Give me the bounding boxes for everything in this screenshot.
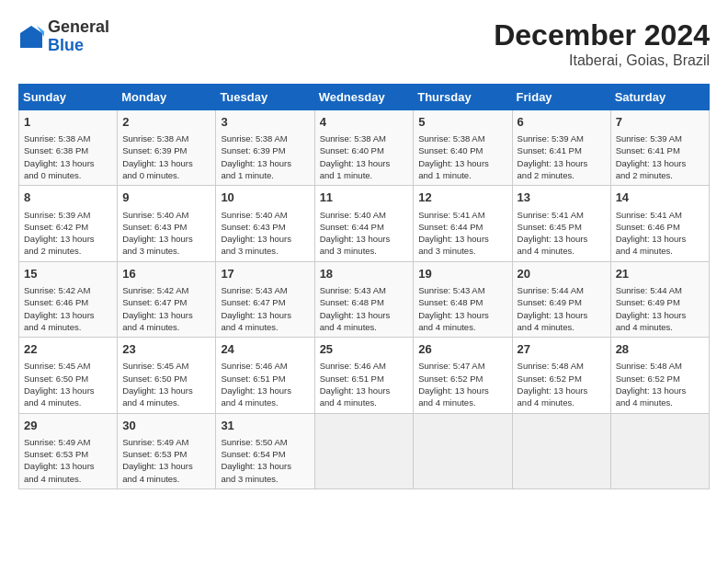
logo-icon xyxy=(18,24,44,50)
calendar-week-2: 8Sunrise: 5:39 AM Sunset: 6:42 PM Daylig… xyxy=(19,186,710,261)
calendar-cell: 16Sunrise: 5:42 AM Sunset: 6:47 PM Dayli… xyxy=(118,261,216,337)
day-number: 5 xyxy=(418,114,506,131)
day-info: Sunrise: 5:38 AM Sunset: 6:38 PM Dayligh… xyxy=(24,132,112,181)
calendar-body: 1Sunrise: 5:38 AM Sunset: 6:38 PM Daylig… xyxy=(19,110,710,489)
calendar-cell: 1Sunrise: 5:38 AM Sunset: 6:38 PM Daylig… xyxy=(19,110,118,186)
day-number: 10 xyxy=(221,190,309,206)
day-number: 11 xyxy=(320,190,409,206)
calendar-cell: 29Sunrise: 5:49 AM Sunset: 6:53 PM Dayli… xyxy=(19,413,118,488)
calendar-cell: 28Sunrise: 5:48 AM Sunset: 6:52 PM Dayli… xyxy=(610,338,709,413)
day-number: 1 xyxy=(24,114,112,131)
calendar-cell: 7Sunrise: 5:39 AM Sunset: 6:41 PM Daylig… xyxy=(610,110,709,186)
calendar-cell: 18Sunrise: 5:43 AM Sunset: 6:48 PM Dayli… xyxy=(314,261,414,337)
calendar-cell xyxy=(610,413,709,488)
day-info: Sunrise: 5:43 AM Sunset: 6:48 PM Dayligh… xyxy=(418,284,506,333)
day-number: 26 xyxy=(418,341,506,358)
day-number: 7 xyxy=(616,114,704,131)
day-number: 4 xyxy=(320,114,409,131)
day-number: 30 xyxy=(122,418,210,434)
day-number: 24 xyxy=(221,341,309,358)
calendar-cell: 9Sunrise: 5:40 AM Sunset: 6:43 PM Daylig… xyxy=(118,186,216,261)
column-header-thursday: Thursday xyxy=(414,85,512,110)
calendar-cell: 26Sunrise: 5:47 AM Sunset: 6:52 PM Dayli… xyxy=(414,338,512,413)
day-number: 23 xyxy=(122,341,210,358)
day-info: Sunrise: 5:44 AM Sunset: 6:49 PM Dayligh… xyxy=(518,284,606,333)
day-info: Sunrise: 5:47 AM Sunset: 6:52 PM Dayligh… xyxy=(418,360,506,408)
day-info: Sunrise: 5:42 AM Sunset: 6:47 PM Dayligh… xyxy=(122,284,210,333)
day-info: Sunrise: 5:40 AM Sunset: 6:43 PM Dayligh… xyxy=(122,209,210,258)
day-number: 22 xyxy=(24,341,112,358)
title-block: December 2024 Itaberai, Goias, Brazil xyxy=(494,18,710,69)
logo-blue-text: Blue xyxy=(48,36,84,54)
calendar-table: SundayMondayTuesdayWednesdayThursdayFrid… xyxy=(18,84,710,489)
calendar-cell: 30Sunrise: 5:49 AM Sunset: 6:53 PM Dayli… xyxy=(118,413,216,488)
calendar-cell: 2Sunrise: 5:38 AM Sunset: 6:39 PM Daylig… xyxy=(118,110,216,186)
calendar-cell: 17Sunrise: 5:43 AM Sunset: 6:47 PM Dayli… xyxy=(216,261,314,337)
day-info: Sunrise: 5:49 AM Sunset: 6:53 PM Dayligh… xyxy=(122,436,210,485)
day-info: Sunrise: 5:48 AM Sunset: 6:52 PM Dayligh… xyxy=(518,360,606,408)
day-info: Sunrise: 5:46 AM Sunset: 6:51 PM Dayligh… xyxy=(320,360,409,408)
day-info: Sunrise: 5:41 AM Sunset: 6:46 PM Dayligh… xyxy=(616,209,704,258)
calendar-week-5: 29Sunrise: 5:49 AM Sunset: 6:53 PM Dayli… xyxy=(19,413,710,488)
calendar-cell: 24Sunrise: 5:46 AM Sunset: 6:51 PM Dayli… xyxy=(216,338,314,413)
calendar-cell: 11Sunrise: 5:40 AM Sunset: 6:44 PM Dayli… xyxy=(314,186,414,261)
day-info: Sunrise: 5:38 AM Sunset: 6:40 PM Dayligh… xyxy=(418,132,506,181)
day-info: Sunrise: 5:38 AM Sunset: 6:39 PM Dayligh… xyxy=(221,132,309,181)
day-info: Sunrise: 5:44 AM Sunset: 6:49 PM Dayligh… xyxy=(616,284,704,333)
day-number: 27 xyxy=(518,341,606,358)
day-info: Sunrise: 5:46 AM Sunset: 6:51 PM Dayligh… xyxy=(221,360,309,408)
day-number: 19 xyxy=(418,266,506,282)
day-info: Sunrise: 5:42 AM Sunset: 6:46 PM Dayligh… xyxy=(24,284,112,333)
day-info: Sunrise: 5:50 AM Sunset: 6:54 PM Dayligh… xyxy=(221,436,309,485)
calendar-week-4: 22Sunrise: 5:45 AM Sunset: 6:50 PM Dayli… xyxy=(19,338,710,413)
calendar-week-3: 15Sunrise: 5:42 AM Sunset: 6:46 PM Dayli… xyxy=(19,261,710,337)
calendar-cell: 12Sunrise: 5:41 AM Sunset: 6:44 PM Dayli… xyxy=(414,186,512,261)
column-header-tuesday: Tuesday xyxy=(216,85,314,110)
day-number: 18 xyxy=(320,266,409,282)
day-number: 13 xyxy=(518,190,606,206)
day-info: Sunrise: 5:40 AM Sunset: 6:43 PM Dayligh… xyxy=(221,209,309,258)
day-info: Sunrise: 5:41 AM Sunset: 6:44 PM Dayligh… xyxy=(418,209,506,258)
column-header-saturday: Saturday xyxy=(610,85,709,110)
day-number: 21 xyxy=(616,266,704,282)
day-number: 15 xyxy=(24,266,112,282)
day-info: Sunrise: 5:41 AM Sunset: 6:45 PM Dayligh… xyxy=(518,209,606,258)
day-number: 14 xyxy=(616,190,704,206)
calendar-cell: 31Sunrise: 5:50 AM Sunset: 6:54 PM Dayli… xyxy=(216,413,314,488)
column-header-sunday: Sunday xyxy=(19,85,118,110)
calendar-cell: 25Sunrise: 5:46 AM Sunset: 6:51 PM Dayli… xyxy=(314,338,414,413)
day-info: Sunrise: 5:43 AM Sunset: 6:48 PM Dayligh… xyxy=(320,284,409,333)
day-number: 2 xyxy=(122,114,210,131)
logo: General Blue xyxy=(18,18,109,55)
calendar-cell: 19Sunrise: 5:43 AM Sunset: 6:48 PM Dayli… xyxy=(414,261,512,337)
calendar-cell xyxy=(512,413,610,488)
calendar-cell: 5Sunrise: 5:38 AM Sunset: 6:40 PM Daylig… xyxy=(414,110,512,186)
page-header: General Blue December 2024 Itaberai, Goi… xyxy=(18,18,710,69)
day-info: Sunrise: 5:38 AM Sunset: 6:39 PM Dayligh… xyxy=(122,132,210,181)
month-title: December 2024 xyxy=(494,18,710,52)
day-number: 29 xyxy=(24,418,112,434)
calendar-cell: 15Sunrise: 5:42 AM Sunset: 6:46 PM Dayli… xyxy=(19,261,118,337)
day-number: 28 xyxy=(616,341,704,358)
calendar-cell: 8Sunrise: 5:39 AM Sunset: 6:42 PM Daylig… xyxy=(19,186,118,261)
location-subtitle: Itaberai, Goias, Brazil xyxy=(494,52,710,69)
day-info: Sunrise: 5:49 AM Sunset: 6:53 PM Dayligh… xyxy=(24,436,112,485)
day-number: 9 xyxy=(122,190,210,206)
day-number: 25 xyxy=(320,341,409,358)
calendar-cell: 22Sunrise: 5:45 AM Sunset: 6:50 PM Dayli… xyxy=(19,338,118,413)
day-info: Sunrise: 5:39 AM Sunset: 6:42 PM Dayligh… xyxy=(24,209,112,258)
logo-general-text: General xyxy=(48,17,109,36)
day-info: Sunrise: 5:43 AM Sunset: 6:47 PM Dayligh… xyxy=(221,284,309,333)
column-header-wednesday: Wednesday xyxy=(314,85,414,110)
column-header-monday: Monday xyxy=(118,85,216,110)
day-info: Sunrise: 5:39 AM Sunset: 6:41 PM Dayligh… xyxy=(616,132,704,181)
day-number: 12 xyxy=(418,190,506,206)
day-number: 16 xyxy=(122,266,210,282)
day-info: Sunrise: 5:40 AM Sunset: 6:44 PM Dayligh… xyxy=(320,209,409,258)
day-info: Sunrise: 5:39 AM Sunset: 6:41 PM Dayligh… xyxy=(518,132,606,181)
calendar-cell: 4Sunrise: 5:38 AM Sunset: 6:40 PM Daylig… xyxy=(314,110,414,186)
day-number: 20 xyxy=(518,266,606,282)
day-number: 8 xyxy=(24,190,112,206)
calendar-week-1: 1Sunrise: 5:38 AM Sunset: 6:38 PM Daylig… xyxy=(19,110,710,186)
day-info: Sunrise: 5:45 AM Sunset: 6:50 PM Dayligh… xyxy=(122,360,210,408)
